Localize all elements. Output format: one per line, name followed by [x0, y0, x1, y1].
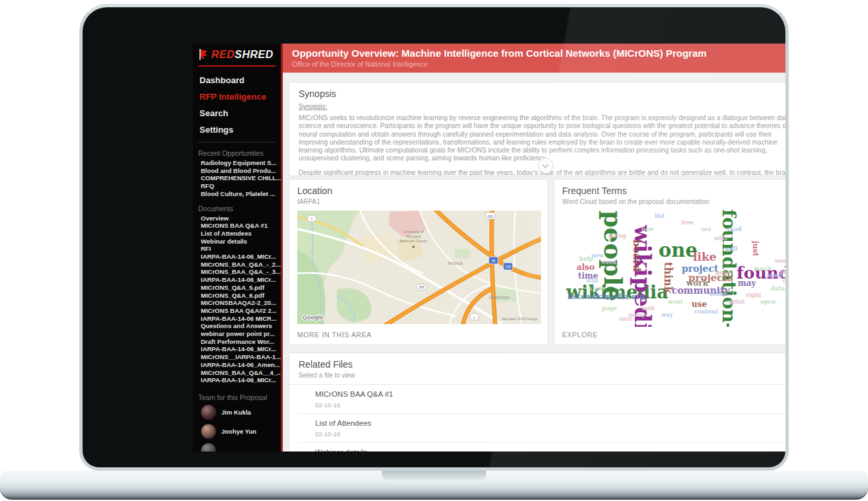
- sidebar-nav: DashboardRFP IntelligenceSearchSettings: [193, 71, 281, 138]
- file-name: List of Attendees: [315, 419, 789, 427]
- word-cloud-term: use: [692, 300, 707, 308]
- document-item[interactable]: IARPA-BAA-14-06_MICr...: [201, 376, 281, 384]
- svg-text:95: 95: [491, 259, 495, 263]
- document-item[interactable]: webinar power point pr...: [201, 330, 281, 338]
- document-item[interactable]: IARPA-BAA-14-06_Amen...: [201, 361, 281, 369]
- svg-text:Baltimore County: Baltimore County: [400, 239, 427, 243]
- sidebar-divider: [198, 142, 275, 143]
- document-item[interactable]: Overview: [201, 215, 281, 222]
- word-cloud-term: read: [727, 226, 741, 232]
- word-cloud-term: wiki: [714, 236, 727, 242]
- recent-opportunity-item[interactable]: Blood Culture, Platelet ...: [201, 190, 281, 198]
- location-map[interactable]: University of Maryland Baltimore County …: [297, 211, 541, 324]
- svg-text:1: 1: [474, 316, 476, 319]
- document-item[interactable]: RFI: [201, 245, 281, 253]
- map-marker: [412, 246, 415, 248]
- laptop-notch: [382, 471, 486, 482]
- synopsis-expand-button[interactable]: [538, 158, 554, 174]
- team-member-name: Joohye Yun: [221, 428, 256, 435]
- page: REDSHRED DashboardRFP IntelligenceSearch…: [0, 0, 868, 501]
- team-member-row[interactable]: Jim Kukla: [193, 403, 281, 422]
- document-item[interactable]: MICrONS_Q&A_6.pdf: [201, 292, 281, 300]
- word-cloud-term: make: [709, 291, 727, 297]
- file-row[interactable]: List of Attendees02-10-16: [299, 414, 789, 443]
- document-item[interactable]: Webinar details: [201, 238, 281, 246]
- document-item[interactable]: List of Attendees: [201, 230, 281, 238]
- sidebar-item-rfp-intelligence[interactable]: RFP Intelligence: [193, 88, 281, 105]
- file-name: MICrONS BAA Q&A #1: [315, 390, 789, 398]
- map-label-university: University of: [404, 230, 424, 234]
- document-item[interactable]: IARPA-BAA-14-06 MICR...: [201, 315, 281, 323]
- recent-opportunities-header: Recent Opportunities: [193, 147, 281, 158]
- svg-text:166: 166: [419, 285, 425, 289]
- explore-link[interactable]: EXPLORE: [562, 331, 598, 339]
- team-member-row[interactable]: Joohye Yun: [193, 422, 281, 441]
- team-member-row[interactable]: [193, 441, 281, 451]
- recent-opportunity-item[interactable]: Blood and Blood Produ...: [201, 167, 281, 175]
- word-cloud-term: may: [738, 279, 756, 287]
- avatar: [201, 424, 216, 439]
- more-in-this-area-link[interactable]: MORE IN THIS AREA: [297, 331, 372, 339]
- redshred-logo-text: REDSHRED: [211, 49, 273, 61]
- file-row[interactable]: Webinar details: [299, 443, 789, 451]
- word-cloud-term: open: [760, 299, 776, 305]
- document-item[interactable]: IARPA-BAA-14-06_MICr...: [201, 345, 281, 353]
- document-item[interactable]: MICrONS BAA Q&A #1: [201, 222, 281, 230]
- frequent-terms-card: Frequent Terms Word Cloud based on the p…: [554, 179, 789, 345]
- svg-text:195: 195: [505, 265, 511, 269]
- word-cloud-term: list: [655, 213, 665, 219]
- related-files-subtitle: Select a file to view: [299, 372, 789, 379]
- word-cloud-term: page: [602, 306, 617, 312]
- avatar: [201, 405, 216, 420]
- sidebar-item-dashboard[interactable]: Dashboard: [193, 72, 281, 88]
- related-files-card: Related Files Select a file to view MICr…: [289, 352, 789, 451]
- related-files-list: MICrONS BAA Q&A #102-10-16List of Attend…: [299, 385, 789, 451]
- file-date: 02-10-16: [315, 430, 789, 438]
- recent-opportunity-item[interactable]: RFQ: [201, 182, 281, 190]
- document-item[interactable]: MICrONS_Q&A_5.pdf: [201, 284, 281, 292]
- svg-text:695: 695: [488, 215, 493, 218]
- recent-opportunities-list: Radiology Equipment S...Blood and Blood …: [193, 158, 281, 198]
- map-label-halethorpe: Halethorpe: [489, 295, 510, 300]
- recent-opportunity-item[interactable]: COMPREHENSIVE CHILL...: [201, 174, 281, 182]
- word-cloud-term: also: [577, 263, 595, 271]
- team-member-name: Jim Kukla: [221, 409, 251, 416]
- word-cloud-term: sure: [619, 316, 633, 322]
- svg-text:1: 1: [311, 217, 313, 220]
- logo-divider: [198, 65, 275, 67]
- word-cloud-term: see: [701, 226, 711, 232]
- laptop-screen-bezel: REDSHRED DashboardRFP IntelligenceSearch…: [79, 4, 789, 471]
- document-item[interactable]: MICrONS__IARPA-BAA-1...: [201, 353, 281, 361]
- file-row[interactable]: MICrONS BAA Q&A #102-10-16: [299, 385, 789, 414]
- page-header: Opportunity Overview: Machine Intelligen…: [283, 44, 789, 73]
- word-cloud-term: help: [579, 256, 593, 262]
- document-item[interactable]: MICrONS BAA Q&A#2 2...: [201, 307, 281, 315]
- document-item[interactable]: Questions and Answers: [201, 322, 281, 330]
- map-label-arbutus: Arbutus: [448, 261, 463, 265]
- document-item[interactable]: Draft Performance Wor...: [201, 338, 281, 346]
- recent-opportunity-item[interactable]: Radiology Equipment S...: [201, 159, 281, 167]
- map-attribution: Map data ©2015 Google: [501, 317, 538, 321]
- word-cloud-term: user: [775, 258, 789, 264]
- document-item[interactable]: MICrONS_BAA_Q&A__4_...: [201, 369, 281, 377]
- file-date: 02-10-16: [315, 401, 789, 409]
- google-logo: Google: [303, 314, 323, 321]
- sidebar-item-search[interactable]: Search: [193, 105, 281, 121]
- word-cloud-term: just: [752, 241, 759, 256]
- document-item[interactable]: IARPA-BAA-14-06_MICr...: [201, 253, 281, 261]
- document-item[interactable]: IARPA-BAA-14-06_MICr...: [201, 276, 281, 284]
- sidebar-item-settings[interactable]: Settings: [193, 121, 281, 138]
- page-title: Opportunity Overview: Machine Intelligen…: [292, 48, 789, 59]
- document-item[interactable]: MICrONS_BAA_Q&A_-_2...: [201, 261, 281, 269]
- laptop-base: [0, 471, 868, 500]
- document-item[interactable]: MICrONS_BAA_Q&A_-_3...: [201, 268, 281, 276]
- documents-header: Documents: [193, 202, 281, 214]
- word-cloud-term: data: [771, 286, 785, 292]
- document-item[interactable]: MICrONSBAAQA2-2_20...: [201, 299, 281, 307]
- synopsis-paragraph-1: MICrONS seeks to revolutionize machine l…: [299, 114, 789, 163]
- word-cloud-term: one: [659, 241, 698, 260]
- redshred-logo[interactable]: REDSHRED: [193, 44, 281, 61]
- chevron-down-icon: [542, 162, 549, 168]
- redshred-flag-icon: [198, 49, 209, 61]
- word-cloud-term: want: [668, 299, 683, 305]
